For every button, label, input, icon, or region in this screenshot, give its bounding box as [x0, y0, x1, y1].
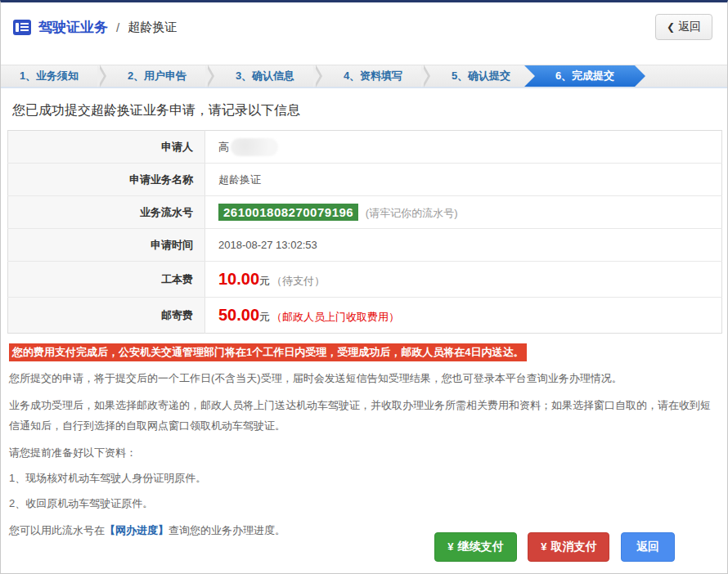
- step-4-fill-materials[interactable]: 4、资料填写: [325, 65, 421, 87]
- postage-fee-value: 50.00元（邮政人员上门收取费用）: [205, 298, 722, 334]
- table-row-serial-number: 业务流水号 261001808270079196 (请牢记你的流水号): [8, 196, 722, 229]
- serial-number-value: 261001808270079196 (请牢记你的流水号): [205, 196, 722, 229]
- production-fee-unit: 元: [259, 275, 270, 287]
- postage-fee-unit: 元: [259, 311, 270, 323]
- applicant-label: 申请人: [8, 131, 205, 164]
- instruction-list-item: 2、收回原机动车驾驶证原件。: [9, 493, 716, 513]
- instruction-paragraph: 请您提前准备好以下资料：: [9, 442, 716, 463]
- table-row-production-fee: 工本费 10.00元（待支付）: [8, 262, 722, 298]
- step-separator: [97, 65, 109, 87]
- breadcrumb-separator: /: [116, 20, 119, 34]
- payment-notice-text: 您的费用支付完成后，公安机关交通管理部门将在1个工作日内受理，受理成功后，邮政人…: [9, 343, 527, 361]
- step-separator: [205, 65, 217, 87]
- instructions: 您所提交的申请，将于提交后的一个工作日(不含当天)受理，届时会发送短信告知受理结…: [9, 368, 716, 540]
- serial-number-badge: 261001808270079196: [218, 204, 358, 221]
- step-3-confirm-info[interactable]: 3、确认信息: [217, 65, 313, 87]
- privacy-blur: [231, 138, 278, 156]
- instruction-paragraph: 您所提交的申请，将于提交后的一个工作日(不含当天)受理，届时会发送短信告知受理结…: [9, 368, 716, 388]
- back-button-label: 返回: [678, 20, 701, 34]
- yen-icon: ¥: [447, 540, 453, 553]
- step-bar-filler: [645, 65, 727, 87]
- step-separator: [313, 65, 325, 87]
- table-row-applicant: 申请人 高: [8, 131, 722, 164]
- instruction-list-item: 1、现场核对机动车驾驶人身份证明原件。: [9, 468, 716, 488]
- table-row-apply-time: 申请时间 2018-08-27 13:02:53: [8, 229, 722, 262]
- step-separator: [421, 65, 433, 87]
- step-1-business-notice[interactable]: 1、业务须知: [1, 65, 97, 87]
- continue-payment-button[interactable]: ¥ 继续支付: [434, 532, 516, 562]
- step-2-user-declaration[interactable]: 2、用户申告: [109, 65, 205, 87]
- serial-number-note: (请牢记你的流水号): [366, 207, 458, 219]
- table-row-service-name: 申请业务名称 超龄换证: [8, 164, 722, 196]
- success-message: 您已成功提交超龄换证业务申请，请记录以下信息: [1, 88, 727, 130]
- postage-fee-amount: 50.00: [218, 306, 259, 324]
- cancel-payment-button[interactable]: ¥ 取消支付: [528, 532, 609, 562]
- production-fee-label: 工本费: [8, 262, 205, 298]
- yen-icon: ¥: [541, 540, 546, 553]
- apply-time-value: 2018-08-27 13:02:53: [205, 229, 722, 262]
- breadcrumb: 驾驶证业务 / 超龄换证: [12, 18, 655, 37]
- postage-fee-note: （邮政人员上门收取费用）: [272, 311, 399, 323]
- payment-notice: 您的费用支付完成后，公安机关交通管理部门将在1个工作日内受理，受理成功后，邮政人…: [9, 343, 716, 361]
- step-progress-bar: 1、业务须知 2、用户申告 3、确认信息 4、资料填写 5、确认提交 6、完成提…: [1, 65, 727, 88]
- service-name-value: 超龄换证: [205, 164, 722, 196]
- step-6-complete-submit-active[interactable]: 6、完成提交: [524, 65, 645, 87]
- table-row-postage-fee: 邮寄费 50.00元（邮政人员上门收取费用）: [8, 298, 722, 334]
- apply-time-label: 申请时间: [8, 229, 205, 262]
- continue-payment-label: 继续支付: [458, 540, 504, 554]
- service-name-label: 申请业务名称: [8, 164, 205, 196]
- chevron-left-icon: ❮: [667, 21, 675, 33]
- page-title: 驾驶证业务: [38, 18, 108, 37]
- application-summary-table: 申请人 高 申请业务名称 超龄换证 业务流水号 2610018082700791…: [7, 130, 722, 334]
- action-button-bar: ¥ 继续支付 ¥ 取消支付 返回: [1, 532, 727, 563]
- postage-fee-label: 邮寄费: [8, 298, 205, 334]
- applicant-name-text: 高: [218, 140, 229, 155]
- applicant-value: 高: [205, 131, 722, 164]
- production-fee-note: （待支付）: [272, 275, 325, 287]
- license-card-icon: [12, 19, 32, 36]
- instruction-paragraph: 业务成功受理后，如果选择邮政寄递的，邮政人员将上门送达机动车驾驶证，并收取办理业…: [9, 395, 716, 436]
- breadcrumb-current: 超龄换证: [128, 20, 177, 35]
- production-fee-amount: 10.00: [218, 270, 259, 288]
- production-fee-value: 10.00元（待支付）: [205, 262, 722, 298]
- return-button-label: 返回: [636, 540, 659, 554]
- page-header: 驾驶证业务 / 超龄换证 ❮ 返回: [1, 2, 727, 50]
- return-button[interactable]: 返回: [621, 532, 675, 562]
- step-5-confirm-submit[interactable]: 5、确认提交: [433, 65, 529, 87]
- cancel-payment-label: 取消支付: [550, 540, 596, 554]
- back-button[interactable]: ❮ 返回: [655, 14, 712, 40]
- serial-number-label: 业务流水号: [8, 196, 205, 229]
